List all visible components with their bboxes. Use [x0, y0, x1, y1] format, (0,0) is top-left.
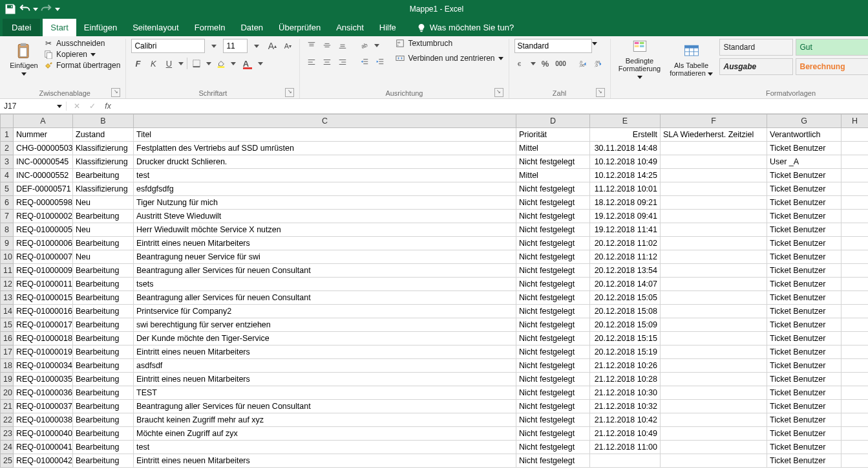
- cell[interactable]: [842, 128, 869, 142]
- cell[interactable]: [661, 427, 767, 441]
- cell[interactable]: REQ-01000041: [14, 441, 73, 454]
- cell[interactable]: Bearbeitung: [73, 454, 134, 468]
- cell[interactable]: 20.12.2018 15:09: [590, 318, 661, 332]
- row-header[interactable]: 5: [1, 182, 14, 196]
- accounting-format-icon[interactable]: €: [514, 57, 527, 70]
- cell[interactable]: Bearbeitung: [73, 264, 134, 278]
- cell[interactable]: [842, 291, 869, 305]
- cell[interactable]: [661, 291, 767, 305]
- cell[interactable]: swi berechtigung für server entziehen: [134, 318, 516, 332]
- tab-daten[interactable]: Daten: [233, 19, 271, 36]
- font-name-dropdown[interactable]: [207, 39, 220, 52]
- cell[interactable]: Bearbeitung: [73, 373, 134, 386]
- cell[interactable]: Ticket Benutzer: [767, 400, 842, 413]
- cell[interactable]: Beantragung aller Services für neuen Con…: [134, 291, 516, 305]
- cell[interactable]: Bearbeitung: [73, 386, 134, 400]
- cell[interactable]: [842, 210, 869, 223]
- cell[interactable]: [842, 196, 869, 210]
- cell[interactable]: [842, 223, 869, 237]
- cell[interactable]: Ticket Benutzer: [767, 250, 842, 264]
- cell[interactable]: REQ-01000005: [14, 223, 73, 237]
- cell[interactable]: 21.12.2018 10:30: [590, 386, 661, 400]
- cell[interactable]: Bearbeitung: [73, 291, 134, 305]
- cell[interactable]: Tiger Nutzung für mich: [134, 196, 516, 210]
- cell[interactable]: [661, 182, 767, 196]
- font-name-input[interactable]: [131, 39, 205, 53]
- cell[interactable]: REQ-01000038: [14, 413, 73, 427]
- cell[interactable]: Bearbeitung: [73, 413, 134, 427]
- cell[interactable]: Ticket Benutzer: [767, 196, 842, 210]
- tab-seitenlayout[interactable]: Seitenlayout: [125, 19, 187, 36]
- cell[interactable]: Ticket Benutzer: [767, 441, 842, 454]
- cell[interactable]: Nicht festgelegt: [516, 155, 590, 169]
- decrease-font-icon[interactable]: A▾: [281, 39, 294, 52]
- cell[interactable]: [661, 237, 767, 250]
- cell[interactable]: esfdgfsdfg: [134, 182, 516, 196]
- cell[interactable]: Bearbeitung: [73, 332, 134, 345]
- cell[interactable]: Nicht festgelegt: [516, 278, 590, 291]
- cell[interactable]: [842, 441, 869, 454]
- cell[interactable]: User _A: [767, 155, 842, 169]
- cell[interactable]: Austritt Steve Wieduwilt: [134, 210, 516, 223]
- cell[interactable]: Klassifizierung: [73, 142, 134, 155]
- cell[interactable]: Eintritt eines neuen Mitarbeiters: [134, 345, 516, 359]
- cell[interactable]: 20.12.2018 15:05: [590, 291, 661, 305]
- cell[interactable]: Ticket Benutzer: [767, 210, 842, 223]
- cell[interactable]: Eintritt eines neuen Mitarbeiters: [134, 373, 516, 386]
- row-header[interactable]: 18: [1, 359, 14, 373]
- align-top-icon[interactable]: [305, 39, 318, 52]
- cell[interactable]: Nicht festgelegt: [516, 386, 590, 400]
- row-header[interactable]: 4: [1, 169, 14, 182]
- cell[interactable]: [661, 345, 767, 359]
- cell[interactable]: Verantwortlich: [767, 128, 842, 142]
- cell[interactable]: 21.12.2018 10:49: [590, 427, 661, 441]
- cell[interactable]: Bearbeitung: [73, 441, 134, 454]
- cell[interactable]: REQ-01000019: [14, 345, 73, 359]
- fill-color-button[interactable]: [215, 57, 228, 70]
- cell[interactable]: Nicht festgelegt: [516, 413, 590, 427]
- accounting-dropdown[interactable]: [530, 57, 536, 70]
- cell[interactable]: Ticket Benutzer: [767, 413, 842, 427]
- cell[interactable]: 20.12.2018 11:12: [590, 250, 661, 264]
- cell[interactable]: 20.12.2018 11:02: [590, 237, 661, 250]
- cell[interactable]: Bearbeitung: [73, 345, 134, 359]
- cell[interactable]: [661, 318, 767, 332]
- increase-font-icon[interactable]: A▴: [266, 39, 279, 52]
- cell[interactable]: Neu: [73, 196, 134, 210]
- cell[interactable]: [842, 182, 869, 196]
- cell[interactable]: REQ-01000006: [14, 237, 73, 250]
- cell[interactable]: [661, 250, 767, 264]
- cell[interactable]: Ticket Benutzer: [767, 427, 842, 441]
- align-bottom-icon[interactable]: [336, 39, 349, 52]
- cell[interactable]: [842, 305, 869, 318]
- cell[interactable]: 20.12.2018 15:08: [590, 305, 661, 318]
- cell[interactable]: Der Kunde möchte den Tiger-Service: [134, 332, 516, 345]
- row-header[interactable]: 1: [1, 128, 14, 142]
- cell[interactable]: [661, 305, 767, 318]
- tab-überprüfen[interactable]: Überprüfen: [271, 19, 328, 36]
- cell[interactable]: 20.12.2018 15:19: [590, 345, 661, 359]
- tab-einfügen[interactable]: Einfügen: [76, 19, 125, 36]
- cell[interactable]: Nicht festgelegt: [516, 250, 590, 264]
- cell[interactable]: REQ-01000035: [14, 373, 73, 386]
- style-calc[interactable]: Berechnung: [796, 58, 869, 75]
- number-format-select[interactable]: [514, 39, 592, 53]
- cell[interactable]: 20.12.2018 13:54: [590, 264, 661, 278]
- cell[interactable]: [842, 332, 869, 345]
- column-header[interactable]: B: [73, 115, 134, 128]
- cell[interactable]: 18.12.2018 09:21: [590, 196, 661, 210]
- cell[interactable]: Mittel: [516, 142, 590, 155]
- cell[interactable]: INC-00000552: [14, 169, 73, 182]
- dialog-launcher[interactable]: ↘: [111, 88, 120, 97]
- cell[interactable]: Nicht festgelegt: [516, 196, 590, 210]
- cell[interactable]: REQ-01000036: [14, 386, 73, 400]
- cell[interactable]: Mittel: [516, 169, 590, 182]
- cell[interactable]: Nicht festgelegt: [516, 359, 590, 373]
- increase-indent-icon[interactable]: [374, 56, 386, 69]
- cell[interactable]: 20.12.2018 15:15: [590, 332, 661, 345]
- merge-center-button[interactable]: Verbinden und zentrieren: [396, 54, 503, 63]
- column-header[interactable]: G: [767, 115, 842, 128]
- row-header[interactable]: 9: [1, 237, 14, 250]
- style-good[interactable]: Gut: [796, 39, 869, 56]
- row-header[interactable]: 25: [1, 454, 14, 468]
